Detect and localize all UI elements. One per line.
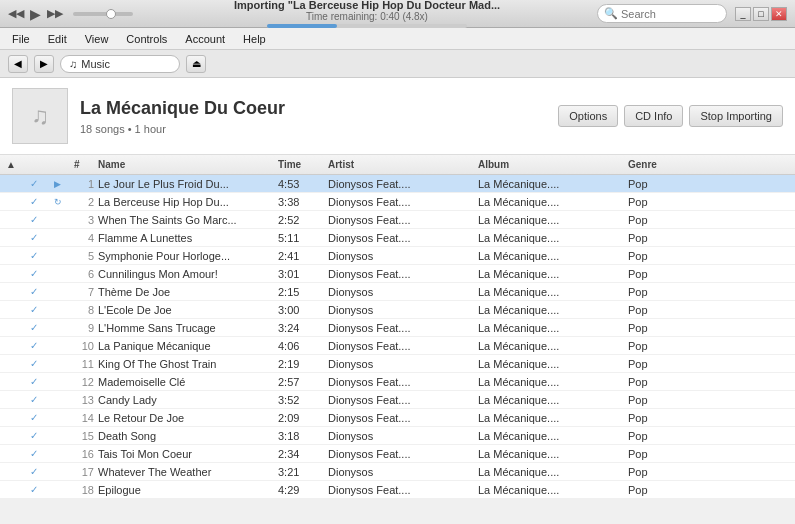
track-number: 8 — [72, 303, 96, 317]
window-title: Importing "La Berceuse Hip Hop Du Docteu… — [137, 0, 597, 11]
menu-account[interactable]: Account — [177, 31, 233, 47]
options-button[interactable]: Options — [558, 105, 618, 127]
track-import-status — [52, 417, 72, 419]
track-row[interactable]: ✓10La Panique Mécanique4:06Dionysos Feat… — [0, 337, 795, 355]
track-row[interactable]: ✓▶1Le Jour Le Plus Froid Du...4:53Dionys… — [0, 175, 795, 193]
track-genre: Pop — [626, 303, 706, 317]
header-genre[interactable]: Genre — [626, 157, 706, 172]
track-album: La Mécanique.... — [476, 267, 626, 281]
minimize-btn[interactable]: _ — [735, 7, 751, 21]
track-import-status: ▶ — [52, 178, 72, 190]
album-meta: 18 songs • 1 hour — [80, 123, 558, 135]
track-artist: Dionysos Feat.... — [326, 339, 476, 353]
track-checkbox[interactable]: ✓ — [28, 339, 52, 352]
track-name: Candy Lady — [96, 393, 276, 407]
track-sort-indicator — [4, 381, 28, 383]
track-import-status — [52, 273, 72, 275]
track-name: La Panique Mécanique — [96, 339, 276, 353]
album-controls: Options CD Info Stop Importing — [558, 105, 783, 127]
track-row[interactable]: ✓4Flamme A Lunettes5:11Dionysos Feat....… — [0, 229, 795, 247]
play-btn[interactable]: ▶ — [30, 6, 41, 22]
track-checkbox[interactable]: ✓ — [28, 429, 52, 442]
track-number: 14 — [72, 411, 96, 425]
track-checkbox[interactable]: ✓ — [28, 375, 52, 388]
track-sort-indicator — [4, 237, 28, 239]
track-row[interactable]: ✓9L'Homme Sans Trucage3:24Dionysos Feat.… — [0, 319, 795, 337]
track-row[interactable]: ✓8L'Ecole De Joe3:00DionysosLa Mécanique… — [0, 301, 795, 319]
album-title: La Mécanique Du Coeur — [80, 98, 558, 119]
track-genre: Pop — [626, 429, 706, 443]
track-album: La Mécanique.... — [476, 375, 626, 389]
header-time[interactable]: Time — [276, 157, 326, 172]
track-row[interactable]: ✓15Death Song3:18DionysosLa Mécanique...… — [0, 427, 795, 445]
track-checkbox[interactable]: ✓ — [28, 231, 52, 244]
menu-edit[interactable]: Edit — [40, 31, 75, 47]
track-artist: Dionysos Feat.... — [326, 375, 476, 389]
volume-slider[interactable] — [73, 12, 133, 16]
header-album[interactable]: Album — [476, 157, 626, 172]
track-row[interactable]: ✓12Mademoiselle Clé2:57Dionysos Feat....… — [0, 373, 795, 391]
header-status — [52, 157, 72, 172]
header-sort[interactable]: ▲ — [4, 157, 28, 172]
track-time: 2:19 — [276, 357, 326, 371]
track-time: 3:38 — [276, 195, 326, 209]
track-checkbox[interactable]: ✓ — [28, 447, 52, 460]
track-row[interactable]: ✓18Epilogue4:29Dionysos Feat....La Mécan… — [0, 481, 795, 499]
track-checkbox[interactable]: ✓ — [28, 465, 52, 478]
track-row[interactable]: ✓17Whatever The Weather3:21DionysosLa Mé… — [0, 463, 795, 481]
track-row[interactable]: ✓11King Of The Ghost Train2:19DionysosLa… — [0, 355, 795, 373]
track-list-container: ▲ # Name Time Artist Album Genre ✓▶1Le J… — [0, 155, 795, 499]
track-checkbox[interactable]: ✓ — [28, 267, 52, 280]
track-checkbox[interactable]: ✓ — [28, 411, 52, 424]
track-checkbox[interactable]: ✓ — [28, 357, 52, 370]
track-name: Thème De Joe — [96, 285, 276, 299]
track-checkbox[interactable]: ✓ — [28, 393, 52, 406]
menu-help[interactable]: Help — [235, 31, 274, 47]
track-genre: Pop — [626, 213, 706, 227]
window-controls: _ □ ✕ — [735, 7, 787, 21]
track-checkbox[interactable]: ✓ — [28, 195, 52, 208]
track-checkbox[interactable]: ✓ — [28, 321, 52, 334]
cdinfo-button[interactable]: CD Info — [624, 105, 683, 127]
search-bar[interactable]: 🔍 — [597, 4, 727, 23]
header-check[interactable] — [28, 157, 52, 172]
fastforward-btn[interactable]: ▶▶ — [47, 7, 63, 20]
track-album: La Mécanique.... — [476, 393, 626, 407]
header-artist[interactable]: Artist — [326, 157, 476, 172]
track-row[interactable]: ✓5Symphonie Pour Horloge...2:41DionysosL… — [0, 247, 795, 265]
eject-btn[interactable]: ⏏ — [186, 55, 206, 73]
track-checkbox[interactable]: ✓ — [28, 177, 52, 190]
track-row[interactable]: ✓3When The Saints Go Marc...2:52Dionysos… — [0, 211, 795, 229]
search-input[interactable] — [621, 8, 720, 20]
track-checkbox[interactable]: ✓ — [28, 483, 52, 496]
track-artist: Dionysos — [326, 465, 476, 479]
maximize-btn[interactable]: □ — [753, 7, 769, 21]
track-checkbox[interactable]: ✓ — [28, 249, 52, 262]
track-row[interactable]: ✓↻2La Berceuse Hip Hop Du...3:38Dionysos… — [0, 193, 795, 211]
header-num[interactable]: # — [72, 157, 96, 172]
track-row[interactable]: ✓16Tais Toi Mon Coeur2:34Dionysos Feat..… — [0, 445, 795, 463]
header-name[interactable]: Name — [96, 157, 276, 172]
track-sort-indicator — [4, 489, 28, 491]
track-row[interactable]: ✓14Le Retour De Joe2:09Dionysos Feat....… — [0, 409, 795, 427]
track-row[interactable]: ✓13Candy Lady3:52Dionysos Feat....La Méc… — [0, 391, 795, 409]
back-btn[interactable]: ◀ — [8, 55, 28, 73]
track-row[interactable]: ✓6Cunnilingus Mon Amour!3:01Dionysos Fea… — [0, 265, 795, 283]
track-import-status — [52, 363, 72, 365]
track-genre: Pop — [626, 339, 706, 353]
forward-btn[interactable]: ▶ — [34, 55, 54, 73]
track-number: 4 — [72, 231, 96, 245]
menu-file[interactable]: File — [4, 31, 38, 47]
track-name: Symphonie Pour Horloge... — [96, 249, 276, 263]
close-btn[interactable]: ✕ — [771, 7, 787, 21]
track-genre: Pop — [626, 321, 706, 335]
track-checkbox[interactable]: ✓ — [28, 213, 52, 226]
menu-controls[interactable]: Controls — [118, 31, 175, 47]
track-checkbox[interactable]: ✓ — [28, 285, 52, 298]
track-checkbox[interactable]: ✓ — [28, 303, 52, 316]
stop-importing-button[interactable]: Stop Importing — [689, 105, 783, 127]
menu-view[interactable]: View — [77, 31, 117, 47]
rewind-btn[interactable]: ◀◀ — [8, 7, 24, 20]
track-album: La Mécanique.... — [476, 411, 626, 425]
track-row[interactable]: ✓7Thème De Joe2:15DionysosLa Mécanique..… — [0, 283, 795, 301]
